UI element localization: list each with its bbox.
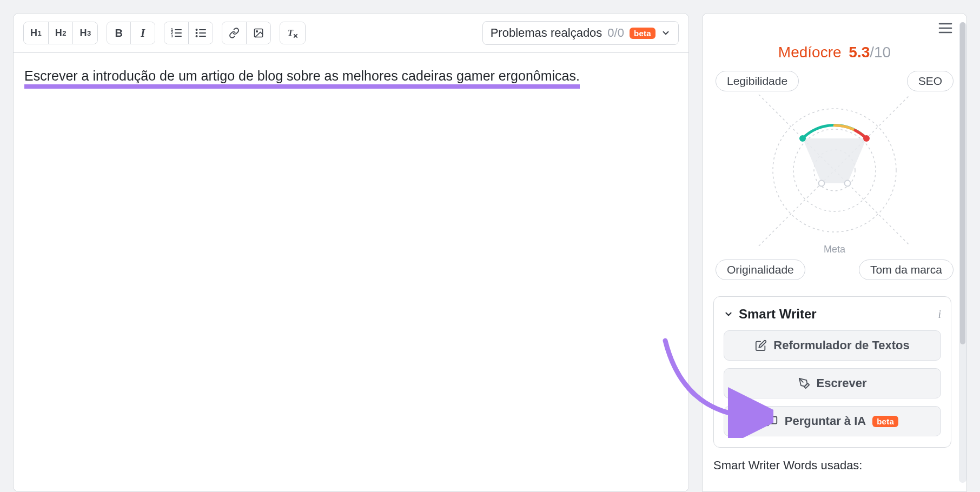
svg-point-13 [256,31,258,32]
problems-label: Problemas realçados [491,26,602,40]
ask-ai-button[interactable]: Perguntar à IA beta [724,406,941,436]
svg-point-28 [819,181,825,187]
scrollbar[interactable] [959,22,966,483]
editor-toolbar: H1 H2 H3 B I 123 [14,14,688,53]
unordered-list-button[interactable] [189,22,213,44]
pill-originality[interactable]: Originalidade [716,260,805,280]
heading-3-button[interactable]: H3 [73,22,97,44]
rephraser-button[interactable]: Reformulador de Textos [724,330,941,361]
side-panel: Medíocre 5.3/10 Legibilidade SEO [702,13,967,492]
chevron-down-icon[interactable] [724,309,733,319]
magic-pen-icon [798,377,810,389]
radar-chart [703,91,966,246]
editor-content-area[interactable]: Escrever a introdução de um artigo de bl… [14,53,688,491]
smart-writer-title: Smart Writer [739,307,932,322]
unordered-list-icon [195,28,206,38]
rephraser-label: Reformulador de Textos [773,338,909,353]
pill-tone[interactable]: Tom da marca [859,260,953,280]
svg-point-27 [845,181,851,187]
clear-format-icon: T [287,28,299,38]
ordered-list-button[interactable]: 123 [164,22,189,44]
hamburger-icon [938,22,952,34]
problems-dropdown[interactable]: Problemas realçados 0/0 beta [482,21,679,45]
smart-writer-card: Smart Writer i Reformulador de Textos Es… [713,296,951,448]
svg-text:T: T [288,28,294,38]
ask-ai-beta-badge: beta [872,416,898,427]
chat-icon [766,415,778,427]
svg-point-11 [196,35,198,37]
info-icon[interactable]: i [938,308,941,321]
format-group: B I [107,22,155,44]
score-value: 5.3 [849,44,870,61]
pill-readability[interactable]: Legibilidade [716,71,799,91]
image-icon [253,28,264,38]
heading-1-button[interactable]: H1 [24,22,49,44]
editor-panel: H1 H2 H3 B I 123 [13,13,689,492]
compose-button[interactable]: Escrever [724,368,941,398]
pill-row-bottom: Originalidade Tom da marca [703,257,966,284]
svg-point-9 [196,29,198,31]
clear-format-button[interactable]: T [280,22,305,44]
score-label: Medíocre [778,44,842,61]
svg-point-10 [196,32,198,34]
compose-label: Escrever [817,376,867,390]
radar-meta-label: Meta [703,244,966,255]
editor-text[interactable]: Escrever a introdução de um artigo de bl… [24,68,580,89]
insert-group [222,22,271,44]
edit-icon [755,340,767,351]
words-used-label: Smart Writer Words usadas: [703,448,966,473]
bold-button[interactable]: B [107,22,131,44]
clear-format-group: T [280,22,306,44]
list-group: 123 [164,22,213,44]
chevron-down-icon [661,28,671,38]
ask-ai-label: Perguntar à IA [785,414,866,428]
link-button[interactable] [222,22,247,44]
svg-point-26 [863,135,870,142]
score-max: /10 [870,44,891,61]
link-icon [229,28,240,38]
pill-row-top: Legibilidade SEO [703,65,966,91]
beta-badge: beta [630,28,655,39]
heading-2-button[interactable]: H2 [49,22,74,44]
heading-group: H1 H2 H3 [23,22,98,44]
pill-seo[interactable]: SEO [907,71,953,91]
svg-text:3: 3 [171,34,173,38]
score-row: Medíocre 5.3/10 [703,34,966,65]
svg-point-25 [799,135,806,142]
italic-button[interactable]: I [131,22,155,44]
ordered-list-icon: 123 [171,28,182,38]
problems-count: 0/0 [607,26,624,40]
panel-menu-button[interactable] [938,22,952,34]
image-button[interactable] [247,22,270,44]
